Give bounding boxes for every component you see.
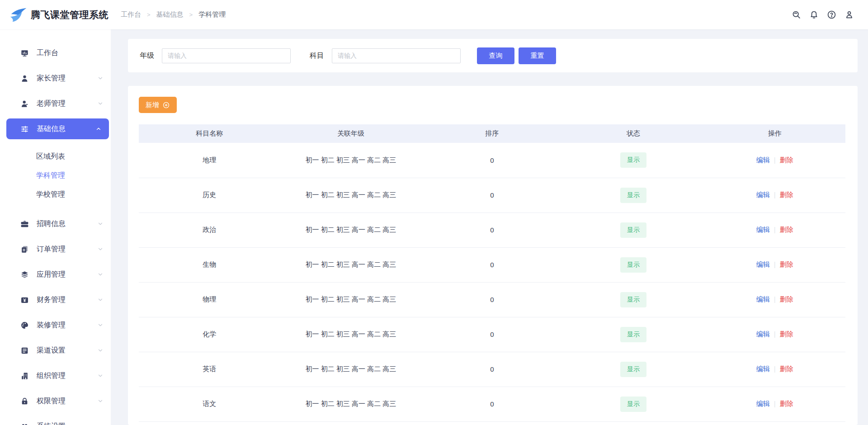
chevron-down-icon [97, 271, 104, 278]
delete-link[interactable]: 删除 [780, 191, 793, 198]
delete-link[interactable]: 删除 [780, 156, 793, 164]
sidebar-item-finance[interactable]: 财务管理 [0, 287, 111, 312]
edit-link[interactable]: 编辑 [756, 156, 770, 164]
sidebar-item-basic-info[interactable]: 基础信息 [6, 118, 109, 139]
chevron-down-icon [97, 297, 104, 303]
action-separator: | [774, 365, 776, 373]
edit-link[interactable]: 编辑 [756, 330, 770, 338]
delete-link[interactable]: 删除 [780, 400, 793, 407]
sort-cell: 0 [421, 212, 563, 247]
sidebar-item-apps[interactable]: 应用管理 [0, 262, 111, 287]
table-row: 生物初一 初二 初三 高一 高二 高三0显示编辑|删除 [139, 247, 845, 282]
sort-cell: 0 [421, 143, 563, 178]
subject-name-cell: 生物 [139, 247, 280, 282]
sidebar-item-parents[interactable]: 家长管理 [0, 66, 111, 91]
edit-link[interactable]: 编辑 [756, 191, 770, 198]
action-separator: | [774, 226, 776, 233]
chevron-up-icon [95, 126, 102, 132]
sidebar-item-label: 订单管理 [37, 245, 97, 254]
sidebar-item-decoration[interactable]: 装修管理 [0, 312, 111, 338]
action-separator: | [774, 156, 776, 164]
chevron-down-icon [97, 398, 104, 404]
actions-cell: 编辑|删除 [704, 352, 845, 387]
breadcrumb: 工作台>基础信息>学科管理 [121, 10, 226, 19]
breadcrumb-item[interactable]: 基础信息 [156, 10, 184, 19]
lock-icon [20, 397, 29, 406]
sidebar-item-region-list[interactable]: 区域列表 [0, 147, 111, 166]
edit-link[interactable]: 编辑 [756, 295, 770, 303]
grades-cell: 初一 初二 初三 高一 高二 高三 [280, 247, 422, 282]
parent-icon [20, 74, 29, 83]
action-separator: | [774, 260, 776, 268]
main-content: 年级科目 查询 重置 新增 科目名称关联年级排序状态操作 地理初一 初二 初三 [111, 29, 868, 425]
filter-input-grade[interactable] [162, 48, 291, 63]
filter-buttons: 查询 重置 [477, 47, 556, 64]
sidebar-item-label: 应用管理 [37, 270, 97, 279]
column-header: 科目名称 [139, 124, 280, 143]
app-logo: 腾飞课堂管理系统 [8, 7, 108, 23]
sidebar-item-recruitment[interactable]: 招聘信息 [0, 211, 111, 236]
help-icon[interactable] [827, 10, 837, 20]
reset-button[interactable]: 重置 [519, 47, 556, 64]
edit-link[interactable]: 编辑 [756, 400, 770, 407]
search-icon[interactable] [792, 10, 802, 20]
dashboard-icon [20, 49, 29, 57]
sort-cell: 0 [421, 352, 563, 387]
status-badge: 显示 [620, 327, 646, 342]
action-separator: | [774, 400, 776, 407]
breadcrumb-separator: > [147, 11, 151, 18]
wallet-icon [20, 296, 29, 304]
status-cell: 显示 [563, 387, 704, 421]
table-row: 语文初一 初二 初三 高一 高二 高三0显示编辑|删除 [139, 387, 845, 421]
bell-icon[interactable] [809, 10, 819, 20]
sidebar-item-subject-mgmt[interactable]: 学科管理 [0, 166, 111, 185]
column-header: 状态 [563, 124, 704, 143]
action-separator: | [774, 191, 776, 198]
sidebar-item-organization[interactable]: 组织管理 [0, 363, 111, 388]
table-row: 地理初一 初二 初三 高一 高二 高三0显示编辑|删除 [139, 143, 845, 178]
chevron-down-icon [97, 75, 104, 81]
header-actions [792, 10, 854, 20]
add-button[interactable]: 新增 [139, 97, 177, 113]
subject-name-cell: 历史 [139, 178, 280, 212]
sidebar-item-label: 工作台 [37, 48, 104, 58]
search-button[interactable]: 查询 [477, 47, 514, 64]
table-card: 新增 科目名称关联年级排序状态操作 地理初一 初二 初三 高一 高二 高三0显示… [128, 86, 858, 425]
delete-link[interactable]: 删除 [780, 226, 793, 233]
sidebar-item-channels[interactable]: 渠道设置 [0, 338, 111, 363]
sidebar-item-school-mgmt[interactable]: 学校管理 [0, 185, 111, 204]
breadcrumb-item[interactable]: 工作台 [121, 10, 141, 19]
sidebar-item-teachers[interactable]: 老师管理 [0, 91, 111, 116]
sidebar-item-permissions[interactable]: 权限管理 [0, 388, 111, 414]
status-cell: 显示 [563, 352, 704, 387]
teacher-icon [20, 99, 29, 108]
delete-link[interactable]: 删除 [780, 365, 793, 373]
breadcrumb-item: 学科管理 [198, 10, 226, 19]
grades-cell: 初一 初二 初三 高一 高二 高三 [280, 387, 422, 421]
sidebar-item-label: 组织管理 [37, 371, 97, 381]
chevron-down-icon [97, 373, 104, 379]
table-row: 历史初一 初二 初三 高一 高二 高三0显示编辑|删除 [139, 178, 845, 212]
edit-link[interactable]: 编辑 [756, 226, 770, 233]
filter-label-subject: 科目 [310, 51, 324, 61]
chevron-down-icon [97, 246, 104, 252]
filter-input-subject[interactable] [332, 48, 461, 63]
channel-icon [20, 346, 29, 355]
filter-field-grade: 年级 [140, 48, 291, 63]
subject-name-cell: 化学 [139, 317, 280, 352]
user-icon[interactable] [844, 10, 854, 20]
edit-link[interactable]: 编辑 [756, 260, 770, 268]
delete-link[interactable]: 删除 [780, 330, 793, 338]
breadcrumb-separator: > [189, 11, 193, 18]
sidebar-item-workbench[interactable]: 工作台 [0, 40, 111, 66]
actions-cell: 编辑|删除 [704, 317, 845, 352]
sidebar-item-label: 渠道设置 [37, 346, 97, 355]
delete-link[interactable]: 删除 [780, 295, 793, 303]
sidebar-item-orders[interactable]: 订单管理 [0, 236, 111, 262]
edit-link[interactable]: 编辑 [756, 365, 770, 373]
status-badge: 显示 [620, 152, 646, 168]
delete-link[interactable]: 删除 [780, 260, 793, 268]
palette-icon [20, 321, 29, 330]
sort-cell: 0 [421, 387, 563, 421]
sidebar-item-system[interactable]: 系统设置 [0, 414, 111, 425]
